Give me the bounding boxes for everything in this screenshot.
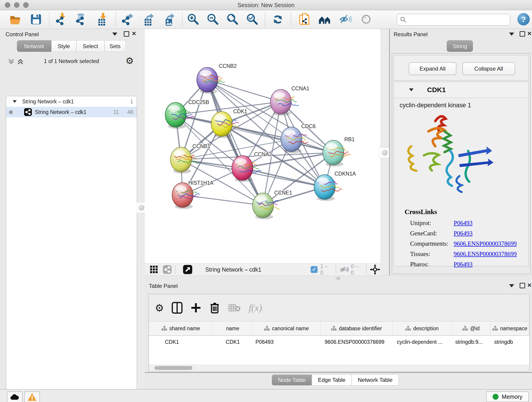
export-network-icon[interactable] bbox=[121, 13, 134, 26]
node-label-CDC6: CDC6 bbox=[301, 123, 316, 129]
table-hscrollbar[interactable] bbox=[149, 365, 529, 371]
crosslink-value-link[interactable]: P06493 bbox=[454, 220, 473, 227]
refresh-icon[interactable] bbox=[271, 13, 285, 26]
panel-close-icon[interactable]: × bbox=[527, 282, 532, 288]
hide-selected-icon[interactable] bbox=[339, 13, 352, 26]
expand-all-button[interactable]: Expand All bbox=[409, 62, 456, 75]
grid-view-icon[interactable] bbox=[150, 265, 158, 274]
open-session-icon[interactable] bbox=[9, 13, 22, 26]
toolbar-separator bbox=[115, 12, 116, 26]
column-header--id[interactable]: @id bbox=[452, 322, 491, 335]
network-svg[interactable]: CCNB2CCNA1CDC25BCDK1CDC6RB1CCNB1CCNA2HIS… bbox=[145, 29, 380, 263]
table-row[interactable]: CDK1CDK1P064939606.ENSP00000378699cyclin… bbox=[149, 336, 529, 348]
horizontal-splitter[interactable] bbox=[145, 275, 532, 281]
crosslink-value-link[interactable]: P06493 bbox=[454, 230, 473, 237]
network-node-CCNA1[interactable] bbox=[270, 89, 299, 116]
network-collection-row[interactable]: String Network – cdk1 1 bbox=[6, 96, 137, 107]
node-label-CDKN1A: CDKN1A bbox=[335, 171, 356, 177]
network-canvas[interactable]: CCNB2CCNA1CDC25BCDK1CDC6RB1CCNB1CCNA2HIS… bbox=[145, 29, 380, 263]
import-network-icon[interactable] bbox=[55, 13, 68, 26]
zoom-selected-icon[interactable] bbox=[246, 13, 259, 26]
gear-icon[interactable]: ⚙ bbox=[155, 302, 164, 314]
panel-float-icon[interactable] bbox=[520, 283, 525, 288]
tab-style[interactable]: Style bbox=[51, 40, 76, 52]
share-file-icon[interactable] bbox=[298, 13, 312, 26]
left-splitter[interactable] bbox=[138, 29, 145, 389]
zoom-fit-icon[interactable] bbox=[226, 13, 239, 26]
tab-node-table[interactable]: Node Table bbox=[272, 375, 312, 385]
node-section-header[interactable]: CDK1 bbox=[394, 82, 528, 98]
save-session-icon[interactable] bbox=[30, 13, 43, 26]
tree-expand-icon[interactable] bbox=[13, 100, 17, 103]
section-collapse-icon[interactable] bbox=[409, 89, 413, 91]
network-node-RB1[interactable] bbox=[323, 140, 351, 167]
crosslink-value-link[interactable]: 9606.ENSP00000378699 bbox=[454, 240, 517, 247]
right-splitter[interactable] bbox=[381, 29, 389, 275]
network-node-CCNB2[interactable] bbox=[197, 67, 225, 94]
network-node-CDC25B[interactable] bbox=[165, 102, 195, 129]
tab-network-table[interactable]: Network Table bbox=[352, 375, 399, 385]
tab-network[interactable]: Network bbox=[17, 40, 51, 52]
hidden-badge: 0 – 0 bbox=[351, 263, 363, 276]
panel-float-icon[interactable] bbox=[520, 31, 525, 37]
horizontal-splitter-handle[interactable] bbox=[336, 277, 340, 280]
network-row[interactable]: String Network – cdk1 11 48 bbox=[6, 107, 137, 117]
panel-float-icon[interactable] bbox=[124, 31, 129, 37]
hidden-eye-icon[interactable] bbox=[339, 266, 348, 274]
pan-crosshair-icon[interactable] bbox=[370, 264, 380, 275]
import-table-icon[interactable] bbox=[95, 13, 108, 26]
collapse-all-button[interactable]: Collapse All bbox=[462, 62, 515, 75]
panel-close-icon[interactable]: × bbox=[527, 31, 532, 36]
network-label: String Network – cdk1 bbox=[35, 109, 86, 115]
network-node-CDC6[interactable] bbox=[281, 127, 308, 153]
network-node-HIST1H1A[interactable] bbox=[172, 183, 200, 209]
share-view-icon[interactable] bbox=[163, 265, 172, 274]
tab-select[interactable]: Select bbox=[76, 40, 104, 52]
network-node-CCNE1[interactable] bbox=[253, 193, 280, 219]
network-node-CDKN1A[interactable] bbox=[314, 175, 342, 201]
tab-string[interactable]: String bbox=[447, 40, 473, 52]
table-hscrollbar-thumb[interactable] bbox=[154, 366, 192, 370]
panel-collapse-icon[interactable] bbox=[509, 284, 514, 287]
control-panel-title: Control Panel bbox=[6, 31, 39, 38]
function-builder-icon: f(x) bbox=[249, 302, 262, 313]
add-column-icon[interactable] bbox=[190, 302, 201, 313]
cloud-button[interactable] bbox=[7, 391, 22, 402]
gear-icon[interactable]: ⚙ bbox=[126, 56, 134, 66]
help-button[interactable]: ? bbox=[517, 13, 530, 26]
show-hidden-icon[interactable] bbox=[360, 13, 373, 26]
warning-button[interactable] bbox=[24, 391, 40, 402]
column-header-database-identifier[interactable]: database identifier bbox=[321, 322, 393, 335]
selected-checkbox[interactable]: ✓ bbox=[311, 266, 317, 273]
delete-icon[interactable] bbox=[210, 302, 220, 314]
tab-edge-table[interactable]: Edge Table bbox=[312, 375, 352, 385]
birdseye-icon[interactable] bbox=[183, 265, 192, 274]
zoom-in-icon[interactable] bbox=[187, 13, 200, 26]
search-input[interactable] bbox=[408, 17, 510, 23]
column-header-description[interactable]: description bbox=[393, 322, 452, 335]
column-header-shared-name[interactable]: shared name bbox=[149, 322, 213, 335]
split-columns-icon[interactable] bbox=[172, 302, 183, 314]
crosslink-value-link[interactable]: 9606.ENSP00000378699 bbox=[454, 250, 517, 258]
export-image-icon[interactable] bbox=[162, 13, 175, 26]
memory-button[interactable]: Memory bbox=[486, 391, 529, 402]
right-splitter-handle[interactable] bbox=[380, 147, 390, 158]
crosslink-value-link[interactable]: P06493 bbox=[454, 261, 473, 268]
column-header-name[interactable]: name bbox=[213, 322, 253, 335]
panel-collapse-icon[interactable] bbox=[112, 32, 117, 36]
import-network-database-icon[interactable] bbox=[75, 13, 88, 26]
control-panel: Control Panel × Network Style Select Set… bbox=[0, 29, 138, 389]
network-node-CDK1[interactable] bbox=[211, 112, 239, 138]
network-node-count: 11 bbox=[114, 109, 119, 115]
collection-count: 1 bbox=[130, 99, 133, 105]
string-home-icon[interactable] bbox=[318, 13, 331, 26]
column-header-canonical-name[interactable]: canonical name bbox=[253, 322, 321, 335]
panel-close-icon[interactable]: × bbox=[132, 31, 136, 36]
column-header-namespace[interactable]: namespace bbox=[491, 322, 529, 335]
crosslinks-list: Uniprot:P06493GeneCard:P06493Compartment… bbox=[394, 216, 528, 268]
zoom-out-icon[interactable] bbox=[206, 13, 220, 26]
tab-sets[interactable]: Sets bbox=[104, 40, 126, 52]
search-field[interactable] bbox=[397, 14, 510, 26]
export-table-icon[interactable] bbox=[141, 13, 155, 26]
panel-collapse-icon[interactable] bbox=[509, 32, 514, 36]
